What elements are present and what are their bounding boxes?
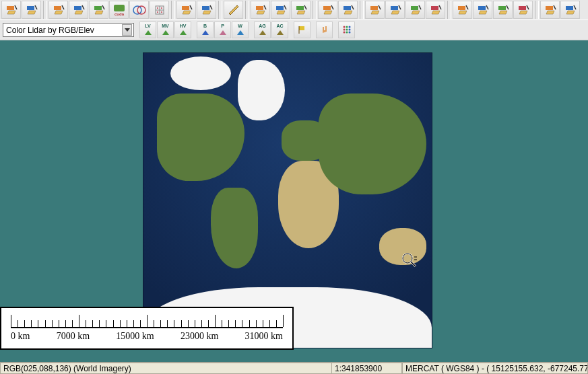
svg-point-8 [161,7,162,9]
tool-poly-a-button[interactable] [251,1,270,19]
tool-lidar-b-button[interactable] [69,1,88,19]
scale-bar: 0 km7000 km15000 km23000 km31000 km [0,307,294,350]
scale-tick [195,320,195,327]
filter-lv-label: LV [145,24,150,28]
filter-b-label: B [203,24,207,28]
tool-lidar-c-button[interactable] [89,1,108,19]
ag-icon [258,28,267,37]
rot-b-icon [564,3,577,17]
grid-icon [153,3,166,17]
filter-p-button[interactable]: P [214,22,231,38]
edit-c-icon [496,3,510,17]
tool-draw-button[interactable] [224,1,243,19]
tool-edit-a-button[interactable] [453,1,472,19]
mv-icon [161,28,170,37]
chevron-down-icon [122,24,132,36]
scale-tick [24,320,25,327]
poly-b-icon [274,3,288,17]
svg-point-19 [343,32,345,34]
scale-tick [133,320,134,327]
tool-path-b-button[interactable] [197,1,216,19]
edit-a-icon [456,3,469,17]
scale-tick [242,320,242,327]
filter-mv-label: MV [162,24,169,28]
scale-tick [181,320,182,327]
hv-icon [178,28,188,37]
scale-tick [120,320,121,327]
tool-cuda-button[interactable]: cuda [109,1,129,19]
tool-region-c-button[interactable] [405,1,425,19]
scale-tick [167,320,168,327]
scale-tick [201,320,202,327]
filter-p-label: P [221,24,224,28]
circle-icon [133,3,146,17]
svg-point-15 [348,26,350,28]
filter-toolbar: Color Lidar by RGB/Elev LVMVHVBPWAGAC [0,20,588,40]
scale-tick [140,320,141,327]
tool-cloud-b-button[interactable] [338,1,358,19]
filter-ag-button[interactable]: AG [254,22,271,38]
svg-point-14 [346,26,348,28]
scale-tick [99,320,100,327]
scale-tick [263,320,263,327]
tool-edit-d-button[interactable] [513,1,533,19]
color-mode-dropdown[interactable]: Color Lidar by RGB/Elev [3,23,134,37]
cuda-icon: cuda [112,3,126,17]
p-icon [218,28,228,37]
filter-flag-button[interactable] [294,22,311,38]
filter-lv-button[interactable]: LV [139,22,156,38]
filter-grid-button[interactable] [338,22,355,38]
tool-region-d-button[interactable] [426,1,445,19]
status-rgb: RGB(025,088,136) (World Imagery) [0,363,331,374]
filter-hv-button[interactable]: HV [174,22,191,38]
tool-poly-b-button[interactable] [271,1,290,19]
tool-rot-a-button[interactable] [540,1,560,19]
ac-icon [275,28,285,37]
tool-path-a-button[interactable] [176,1,196,19]
world-map[interactable] [143,52,432,348]
tool-rot-b-button[interactable] [560,1,580,19]
region-d-icon [429,3,443,17]
scale-tick [113,320,114,327]
layer-a-icon [5,3,18,17]
tool-region-a-button[interactable] [365,1,385,19]
scale-tick [235,320,236,327]
draw-icon [227,3,240,17]
filter-b-button[interactable]: B [197,22,214,38]
main-toolbar: cuda [0,0,588,20]
filter-ac-button[interactable]: AC [271,22,288,38]
tool-poly-c-button[interactable] [291,1,311,19]
tool-layer-b-button[interactable] [22,1,41,19]
scale-label-4: 31000 km [245,331,283,342]
edit-b-icon [476,3,490,17]
status-scale: 1:341853900 [331,363,402,374]
scale-tick [249,320,250,327]
filter-ac-label: AC [276,24,283,28]
scale-tick [256,320,257,327]
tool-circle-button[interactable] [129,1,149,19]
scale-label-2: 15000 km [116,331,154,342]
scale-label-3: 23000 km [181,331,218,342]
tool-grid-button[interactable] [150,1,169,19]
color-mode-value: Color Lidar by RGB/Elev [6,26,94,35]
scale-tick [45,320,46,327]
tool-edit-b-button[interactable] [473,1,492,19]
scale-tick [86,320,86,327]
filter-w-button[interactable]: W [232,22,249,38]
scale-tick [92,320,93,327]
filter-mv-button[interactable]: MV [157,22,174,38]
tool-layer-a-button[interactable] [1,1,21,19]
scale-tick [276,320,277,327]
map-viewport[interactable]: 0 km7000 km15000 km23000 km31000 km [0,40,588,362]
tool-edit-c-button[interactable] [493,1,513,19]
poly-c-icon [294,3,308,17]
scale-tick [11,315,11,327]
svg-rect-11 [299,26,304,30]
lv-icon [143,28,153,37]
filter-hand-button[interactable] [316,22,333,38]
tool-lidar-a-button[interactable] [48,1,68,19]
scale-tick [18,320,18,327]
tool-region-b-button[interactable] [385,1,405,19]
cloud-b-icon [341,3,355,17]
tool-cloud-a-button[interactable] [318,1,337,19]
